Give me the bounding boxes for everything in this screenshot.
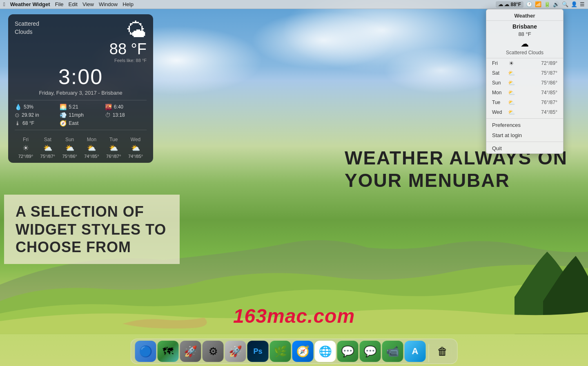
time-icon: ⏱ [105,112,111,118]
cloud-menubar-icon: ☁ [498,2,503,7]
compass-icon: 🧭 [60,120,67,126]
dock-icon-system-preferences[interactable]: ⚙ [203,341,224,362]
dropdown-divider-2 [486,142,563,142]
forecast-day-label: Sun [492,80,506,86]
dropdown-forecast-row: Fri ☀ 72°/89° [486,58,563,68]
stat-wind-dir: 🧭 East [60,120,101,126]
widget-forecast-day-temps: 74°/85° [84,154,99,159]
widget-forecast-day-icon: ⛅ [43,144,52,153]
menu-view[interactable]: View [82,1,94,7]
apple-menu[interactable]:  [3,1,5,7]
preferences-item[interactable]: Preferences [486,120,563,130]
dropdown-divider [486,118,563,119]
menubar:  Weather Widget File Edit View Window H… [0,0,588,9]
forecast-day-temps: 74°/85° [517,90,557,95]
widget-forecast-day-name: Sun [65,137,74,142]
widget-forecast-day-temps: 74°/85° [128,154,143,159]
quit-item[interactable]: Quit [486,143,563,153]
dropdown-forecast: Fri ☀ 72°/89° Sat ⛅ 75°/87° Sun ⛅ 75°/86… [486,58,563,117]
dropdown-weather-icon: ☁ [486,38,563,50]
sunrise-value: 5:21 [69,104,78,110]
dock-icon-trash[interactable]: 🗑 [432,341,453,362]
widget-forecast-day: Fri ☀ 72°/89° [18,137,33,159]
widget-top: ScatteredClouds 🌤 88 °F Feels like: 88 °… [15,20,147,63]
wind-icon: 💨 [60,112,67,118]
list-icon[interactable]: ☰ [580,1,585,7]
wind-value: 11mph [69,112,84,118]
widget-forecast-day-icon: ⛅ [109,144,118,153]
dock-icon-photoshop[interactable]: Ps [247,341,269,362]
dropdown-forecast-row: Wed ⛅ 74°/85° [486,107,563,117]
sunrise-icon: 🌅 [60,104,67,110]
menu-file[interactable]: File [55,1,64,7]
dock-icon-appstore[interactable]: A [405,341,426,362]
clock-icon[interactable]: 🕐 [526,1,532,7]
dock-icon-messages[interactable]: 💬 [337,341,359,362]
dropdown-forecast-row: Sun ⛅ 75°/86° [486,78,563,88]
widget-stats: 💧 53% 🌅 5:21 🌇 6:40 ⊙ 29.92 in 💨 11mph ⏱… [15,100,147,130]
humidity-icon: 💧 [15,104,22,110]
dropdown-forecast-row: Mon ⛅ 74°/85° [486,88,563,98]
promo-left: A SELECTION OF WIDGET STYLES TO CHOOSE F… [4,195,180,264]
weather-menubar-button[interactable]: ☁ ☁ 88°F [496,1,523,8]
dock-icon-chrome[interactable]: 🌐 [315,341,336,362]
dew-value: 68 °F [22,120,34,126]
widget-condition-text: ScatteredClouds [15,20,39,36]
menubar-right: ☁ ☁ 88°F 🕐 📶 🔋 🔊 🔍 👤 ☰ [496,1,585,8]
forecast-day-temps: 75°/86° [517,80,557,86]
weather-widget: ScatteredClouds 🌤 88 °F Feels like: 88 °… [8,14,153,163]
widget-temp: 88 °F [109,40,147,58]
sunset-value: 6:40 [114,104,123,110]
dropdown-forecast-row: Sat ⛅ 75°/87° [486,68,563,78]
dock-icon-finder[interactable]: 🔵 [135,341,156,362]
forecast-day-label: Tue [492,100,506,105]
volume-icon[interactable]: 🔊 [553,1,559,7]
dock-icon-safari[interactable]: 🧭 [292,341,314,362]
search-icon[interactable]: 🔍 [562,1,568,7]
widget-forecast-day-icon: ☀ [22,144,29,153]
forecast-day-icon: ⛅ [506,89,517,96]
stat-dew-point: 🌡 68 °F [15,120,56,126]
widget-forecast-day: Tue ⛅ 76°/87° [106,137,121,159]
widget-forecast-day-temps: 76°/87° [106,154,121,159]
wifi-icon[interactable]: 📶 [535,1,541,7]
dock-separator [429,344,429,362]
stat-day-length: ⏱ 13:18 [105,112,147,118]
menubar-left:  Weather Widget File Edit View Window H… [3,1,134,7]
day-length-value: 13:18 [113,112,125,118]
battery-icon[interactable]: 🔋 [544,1,550,7]
dock-icon-launchpad[interactable]: 🚀 [180,341,201,362]
menu-edit[interactable]: Edit [69,1,78,7]
start-at-login-item[interactable]: Start at login [486,130,563,140]
dropdown-temp: 88 °F [486,31,563,38]
forecast-day-label: Mon [492,90,506,95]
humidity-value: 53% [24,104,33,110]
forecast-day-label: Fri [492,60,506,66]
menu-window[interactable]: Window [99,1,118,7]
widget-feels-like: Feels like: 88 °F [109,58,147,63]
menu-help[interactable]: Help [122,1,134,7]
forecast-day-icon: ⛅ [506,70,517,76]
widget-forecast-day-name: Mon [87,137,96,142]
sunset-icon: 🌇 [105,104,112,110]
dock-icon-wechat[interactable]: 💬 [360,341,381,362]
dock-icon-safari-ext[interactable]: 🌿 [270,341,291,362]
forecast-day-label: Sat [492,70,506,76]
widget-right-top: 🌤 88 °F Feels like: 88 °F [109,20,147,63]
widget-forecast-day: Sun ⛅ 75°/86° [62,137,77,159]
widget-forecast-day-temps: 75°/86° [62,154,77,159]
user-icon[interactable]: 👤 [571,1,577,7]
menubar-temp: ☁ 88°F [504,2,521,7]
dropdown-condition: Scattered Clouds [486,50,563,58]
dock-icon-facetime[interactable]: 📹 [382,341,403,362]
widget-date: Friday, February 3, 2017 - Brisbane [15,90,147,96]
widget-forecast-day-name: Fri [23,137,29,142]
dock-icon-maps[interactable]: 🗺 [158,341,179,362]
widget-forecast-day-temps: 75°/87° [40,154,55,159]
forecast-day-temps: 74°/85° [517,109,557,115]
widget-forecast-day: Mon ⛅ 74°/85° [84,137,99,159]
dock-icon-rocket[interactable]: 🚀 [225,341,246,362]
app-name[interactable]: Weather Widget [10,1,50,7]
weather-dropdown: Weather Brisbane 88 °F ☁ Scattered Cloud… [486,9,564,154]
forecast-day-temps: 75°/87° [517,70,557,76]
